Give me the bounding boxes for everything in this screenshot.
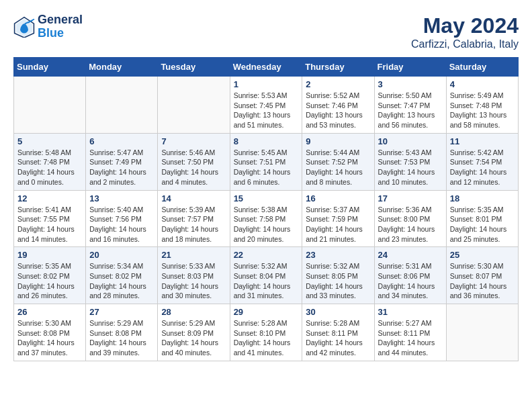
day-info: Sunrise: 5:32 AMSunset: 8:05 PMDaylight:… (306, 261, 370, 301)
day-number: 21 (161, 250, 226, 260)
calendar-cell: 3Sunrise: 5:50 AMSunset: 7:47 PMDaylight… (374, 77, 446, 134)
calendar-cell: 5Sunrise: 5:48 AMSunset: 7:48 PMDaylight… (14, 133, 86, 190)
day-info: Sunrise: 5:29 AMSunset: 8:08 PMDaylight:… (89, 318, 154, 358)
day-info: Sunrise: 5:45 AMSunset: 7:51 PMDaylight:… (234, 148, 299, 187)
day-number: 31 (378, 307, 443, 317)
calendar-cell: 29Sunrise: 5:28 AMSunset: 8:10 PMDayligh… (230, 304, 302, 361)
day-number: 11 (450, 136, 515, 146)
calendar-cell: 16Sunrise: 5:37 AMSunset: 7:59 PMDayligh… (302, 190, 374, 247)
calendar-cell: 2Sunrise: 5:52 AMSunset: 7:46 PMDaylight… (302, 77, 374, 134)
day-number: 27 (89, 307, 154, 317)
day-number: 13 (89, 193, 154, 203)
calendar-cell: 11Sunrise: 5:42 AMSunset: 7:54 PMDayligh… (446, 133, 518, 190)
calendar-cell: 23Sunrise: 5:32 AMSunset: 8:05 PMDayligh… (302, 247, 374, 304)
month-title: May 2024 (411, 13, 519, 38)
day-number: 30 (306, 307, 370, 317)
calendar-cell: 22Sunrise: 5:32 AMSunset: 8:04 PMDayligh… (230, 247, 302, 304)
day-number: 18 (450, 193, 515, 203)
calendar-cell: 27Sunrise: 5:29 AMSunset: 8:08 PMDayligh… (86, 304, 158, 361)
weekday-header-saturday: Saturday (446, 58, 518, 77)
calendar-cell: 1Sunrise: 5:53 AMSunset: 7:45 PMDaylight… (230, 77, 302, 134)
day-number: 14 (161, 193, 226, 203)
day-info: Sunrise: 5:52 AMSunset: 7:46 PMDaylight:… (306, 91, 370, 130)
day-number: 16 (306, 193, 370, 203)
weekday-header-tuesday: Tuesday (158, 58, 230, 77)
logo-icon (13, 16, 35, 38)
day-info: Sunrise: 5:28 AMSunset: 8:11 PMDaylight:… (306, 318, 370, 358)
day-info: Sunrise: 5:53 AMSunset: 7:45 PMDaylight:… (234, 91, 299, 130)
calendar-cell (158, 77, 230, 134)
day-number: 22 (234, 250, 299, 260)
day-info: Sunrise: 5:35 AMSunset: 8:02 PMDaylight:… (17, 261, 82, 301)
calendar-week-row: 26Sunrise: 5:30 AMSunset: 8:08 PMDayligh… (14, 304, 519, 361)
location-title: Carfizzi, Calabria, Italy (411, 38, 519, 50)
day-info: Sunrise: 5:46 AMSunset: 7:50 PMDaylight:… (161, 148, 226, 187)
day-info: Sunrise: 5:47 AMSunset: 7:49 PMDaylight:… (89, 148, 154, 187)
day-number: 23 (306, 250, 370, 260)
calendar-week-row: 19Sunrise: 5:35 AMSunset: 8:02 PMDayligh… (14, 247, 519, 304)
day-info: Sunrise: 5:32 AMSunset: 8:04 PMDaylight:… (234, 261, 299, 301)
day-number: 29 (234, 307, 299, 317)
day-number: 20 (89, 250, 154, 260)
day-info: Sunrise: 5:27 AMSunset: 8:11 PMDaylight:… (378, 318, 443, 358)
day-info: Sunrise: 5:30 AMSunset: 8:08 PMDaylight:… (17, 318, 82, 358)
calendar-cell: 6Sunrise: 5:47 AMSunset: 7:49 PMDaylight… (86, 133, 158, 190)
day-number: 1 (234, 79, 299, 89)
day-number: 12 (17, 193, 82, 203)
day-info: Sunrise: 5:34 AMSunset: 8:02 PMDaylight:… (89, 261, 154, 301)
weekday-header-sunday: Sunday (14, 58, 86, 77)
day-info: Sunrise: 5:35 AMSunset: 8:01 PMDaylight:… (450, 205, 515, 244)
day-info: Sunrise: 5:31 AMSunset: 8:06 PMDaylight:… (378, 261, 443, 301)
calendar-cell: 9Sunrise: 5:44 AMSunset: 7:52 PMDaylight… (302, 133, 374, 190)
day-info: Sunrise: 5:41 AMSunset: 7:55 PMDaylight:… (17, 205, 82, 244)
calendar-cell: 18Sunrise: 5:35 AMSunset: 8:01 PMDayligh… (446, 190, 518, 247)
day-number: 26 (17, 307, 82, 317)
calendar-cell: 28Sunrise: 5:29 AMSunset: 8:09 PMDayligh… (158, 304, 230, 361)
calendar-cell: 4Sunrise: 5:49 AMSunset: 7:48 PMDaylight… (446, 77, 518, 134)
calendar-cell: 31Sunrise: 5:27 AMSunset: 8:11 PMDayligh… (374, 304, 446, 361)
day-info: Sunrise: 5:43 AMSunset: 7:53 PMDaylight:… (378, 148, 443, 187)
day-number: 9 (306, 136, 370, 146)
day-number: 19 (17, 250, 82, 260)
calendar-cell: 8Sunrise: 5:45 AMSunset: 7:51 PMDaylight… (230, 133, 302, 190)
calendar-table: SundayMondayTuesdayWednesdayThursdayFrid… (13, 57, 519, 361)
calendar-cell: 14Sunrise: 5:39 AMSunset: 7:57 PMDayligh… (158, 190, 230, 247)
day-number: 5 (17, 136, 82, 146)
day-info: Sunrise: 5:44 AMSunset: 7:52 PMDaylight:… (306, 148, 370, 187)
day-number: 7 (161, 136, 226, 146)
calendar-cell: 17Sunrise: 5:36 AMSunset: 8:00 PMDayligh… (374, 190, 446, 247)
calendar-week-row: 5Sunrise: 5:48 AMSunset: 7:48 PMDaylight… (14, 133, 519, 190)
day-info: Sunrise: 5:40 AMSunset: 7:56 PMDaylight:… (89, 205, 154, 244)
logo-general: General (38, 13, 83, 27)
day-info: Sunrise: 5:36 AMSunset: 8:00 PMDaylight:… (378, 205, 443, 244)
page-header: General Blue May 2024 Carfizzi, Calabria… (13, 13, 519, 50)
weekday-header-friday: Friday (374, 58, 446, 77)
calendar-cell: 10Sunrise: 5:43 AMSunset: 7:53 PMDayligh… (374, 133, 446, 190)
day-info: Sunrise: 5:49 AMSunset: 7:48 PMDaylight:… (450, 91, 515, 130)
day-info: Sunrise: 5:50 AMSunset: 7:47 PMDaylight:… (378, 91, 443, 130)
title-block: May 2024 Carfizzi, Calabria, Italy (411, 13, 519, 50)
day-info: Sunrise: 5:38 AMSunset: 7:58 PMDaylight:… (234, 205, 299, 244)
day-info: Sunrise: 5:29 AMSunset: 8:09 PMDaylight:… (161, 318, 226, 358)
day-number: 17 (378, 193, 443, 203)
calendar-week-row: 12Sunrise: 5:41 AMSunset: 7:55 PMDayligh… (14, 190, 519, 247)
day-info: Sunrise: 5:30 AMSunset: 8:07 PMDaylight:… (450, 261, 515, 301)
calendar-cell: 26Sunrise: 5:30 AMSunset: 8:08 PMDayligh… (14, 304, 86, 361)
day-number: 6 (89, 136, 154, 146)
day-number: 10 (378, 136, 443, 146)
day-number: 4 (450, 79, 515, 89)
day-info: Sunrise: 5:39 AMSunset: 7:57 PMDaylight:… (161, 205, 226, 244)
calendar-cell: 13Sunrise: 5:40 AMSunset: 7:56 PMDayligh… (86, 190, 158, 247)
day-number: 25 (450, 250, 515, 260)
weekday-header-thursday: Thursday (302, 58, 374, 77)
weekday-header-wednesday: Wednesday (230, 58, 302, 77)
calendar-cell: 7Sunrise: 5:46 AMSunset: 7:50 PMDaylight… (158, 133, 230, 190)
day-info: Sunrise: 5:48 AMSunset: 7:48 PMDaylight:… (17, 148, 82, 187)
day-info: Sunrise: 5:42 AMSunset: 7:54 PMDaylight:… (450, 148, 515, 187)
day-number: 2 (306, 79, 370, 89)
logo: General Blue (13, 13, 83, 40)
calendar-cell: 12Sunrise: 5:41 AMSunset: 7:55 PMDayligh… (14, 190, 86, 247)
calendar-cell (14, 77, 86, 134)
calendar-cell: 15Sunrise: 5:38 AMSunset: 7:58 PMDayligh… (230, 190, 302, 247)
day-number: 24 (378, 250, 443, 260)
